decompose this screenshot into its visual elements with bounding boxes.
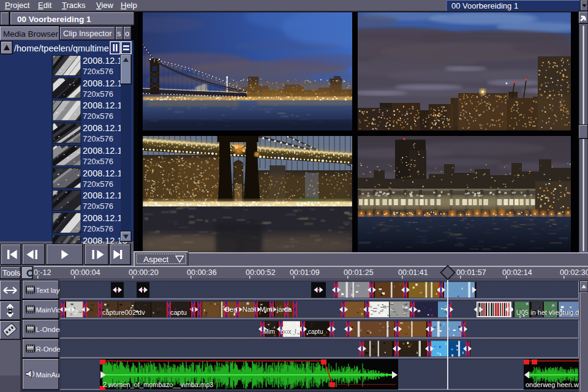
svg-text:Nati: Nati	[243, 306, 255, 313]
svg-text:onderweg heen.w: onderweg heen.w	[526, 381, 579, 388]
svg-text:00:00:36: 00:00:36	[187, 268, 217, 277]
svg-text:captu: captu	[170, 309, 187, 316]
svg-text:captu: captu	[308, 328, 323, 335]
svg-text:720x576: 720x576	[83, 111, 113, 121]
svg-text:2008.12.16: 2008.12.16	[83, 213, 127, 223]
svg-text:s: s	[117, 29, 121, 38]
svg-text:Mimi: Mimi	[260, 306, 274, 313]
svg-text:00 Voorbereiding 1: 00 Voorbereiding 1	[17, 15, 91, 24]
svg-text:jarda: jarda	[276, 306, 292, 313]
svg-text:box_f: box_f	[281, 328, 296, 335]
svg-text:00:00:52: 00:00:52	[246, 268, 276, 277]
svg-text:2 women_of_mombazo__vimba.mp3: 2 women_of_mombazo__vimba.mp3	[103, 381, 213, 388]
svg-text:2008.12.16: 2008.12.16	[83, 146, 127, 156]
svg-text:720x576: 720x576	[83, 157, 113, 166]
svg-text:2008.12.16: 2008.12.16	[83, 190, 127, 200]
svg-text:2008.12.16: 2008.12.16	[83, 168, 127, 178]
svg-text:Media Browser: Media Browser	[3, 29, 59, 39]
svg-text:00:01:09: 00:01:09	[290, 268, 320, 277]
svg-text:2008.12.16: 2008.12.16	[83, 123, 127, 133]
svg-text:00:01:25: 00:01:25	[344, 268, 374, 277]
svg-text:720x576: 720x576	[83, 89, 113, 99]
svg-text:View: View	[96, 1, 114, 10]
svg-text:720x576: 720x576	[83, 202, 113, 211]
svg-text:U05 in het vliegtuig.d: U05 in het vliegtuig.d	[516, 309, 579, 316]
svg-text:00:02:30: 00:02:30	[560, 268, 588, 277]
svg-text:720x576: 720x576	[83, 224, 113, 233]
svg-text:720x576: 720x576	[83, 67, 113, 76]
svg-text:Tools: Tools	[2, 269, 20, 277]
svg-text:00 Voorbereiding 1: 00 Voorbereiding 1	[451, 1, 518, 10]
svg-text:2008.12.16: 2008.12.16	[83, 100, 127, 110]
svg-text:00:01:57: 00:01:57	[456, 268, 486, 277]
svg-text:L-Onder: L-Onder	[36, 326, 62, 333]
svg-text:MainVid: MainVid	[36, 306, 61, 314]
svg-text:720x576: 720x576	[83, 134, 113, 143]
svg-text:/home/tpeelen/qmultime: /home/tpeelen/qmultime	[14, 43, 109, 53]
svg-text:Beg: Beg	[225, 306, 238, 313]
svg-text:Clip Inspector: Clip Inspector	[63, 29, 112, 38]
svg-text:Mim: Mim	[263, 328, 275, 335]
svg-text:Edit: Edit	[38, 1, 52, 10]
svg-text:Tracks: Tracks	[62, 1, 86, 10]
svg-text:Aspect: Aspect	[143, 255, 169, 264]
svg-text:Help: Help	[121, 1, 137, 10]
svg-text:00:01:41: 00:01:41	[398, 268, 428, 277]
svg-text:00:00:20: 00:00:20	[129, 268, 159, 277]
svg-text:R-Onder: R-Onder	[36, 345, 63, 353]
svg-text:00:02:14: 00:02:14	[502, 268, 532, 277]
svg-text:capture002.dv: capture002.dv	[102, 309, 145, 316]
svg-text:o: o	[125, 29, 129, 38]
svg-text:Project: Project	[5, 1, 30, 10]
svg-text:00:00:04: 00:00:04	[70, 268, 100, 277]
svg-text:720x576: 720x576	[83, 179, 113, 189]
svg-text:MainAud: MainAud	[36, 371, 64, 379]
svg-text:0:-12: 0:-12	[34, 268, 51, 277]
svg-text:Text lay: Text lay	[36, 287, 60, 294]
